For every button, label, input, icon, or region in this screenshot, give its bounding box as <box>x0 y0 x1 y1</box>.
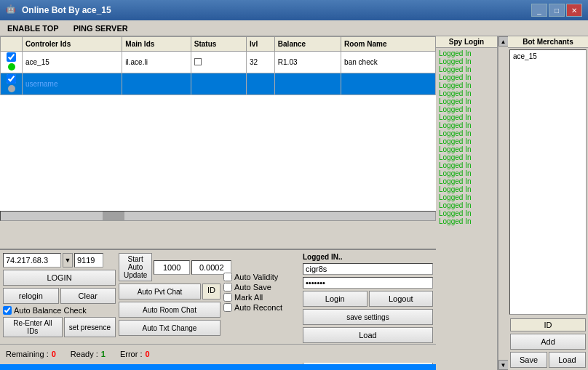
spy-item: Logged In <box>437 209 496 217</box>
spy-item: Logged In <box>437 97 496 105</box>
username-field[interactable] <box>303 263 433 275</box>
spy-item: Logged In <box>437 169 496 177</box>
remaining-status: Remaining : 0 <box>6 350 56 358</box>
col-status: Status <box>191 37 246 52</box>
auto-validity-checkbox[interactable] <box>223 273 232 281</box>
row1-controler-id: ace_15 <box>23 52 122 73</box>
spy-item: Logged In <box>437 145 496 153</box>
spy-login-header: Spy Login <box>436 36 497 48</box>
auto-checks-group: Auto Validity Auto Save Mark All Auto Re… <box>223 271 300 313</box>
row1-room-name: ban check <box>341 52 436 73</box>
spy-item: Logged In <box>437 161 496 169</box>
bot-merchants-header: Bot Merchants <box>508 36 588 48</box>
ip-input[interactable] <box>3 253 61 268</box>
start-auto-update-button[interactable]: Start Auto Update <box>119 253 152 281</box>
row2-main-id <box>122 73 191 95</box>
mark-all-label[interactable]: Mark All <box>223 293 300 302</box>
bot-item: ace_15 <box>512 52 584 61</box>
chat-buttons: Start Auto Update Auto Pvt Chat ID Auto … <box>119 253 220 341</box>
ready-label: Ready : <box>71 350 98 358</box>
col-controler-ids: Controler Ids <box>23 37 122 52</box>
set-presence-button[interactable]: set presence <box>64 317 116 337</box>
auto-reconct-label[interactable]: Auto Reconct <box>223 303 300 312</box>
auto-validity-label[interactable]: Auto Validity <box>223 273 300 281</box>
close-button[interactable]: ✕ <box>566 4 582 17</box>
auto-validity-text: Auto Validity <box>234 273 278 281</box>
auto-reconct-checkbox[interactable] <box>223 303 232 312</box>
bottom-controls: ▼ LOGIN relogin Clear Auto Balance Check… <box>0 249 436 344</box>
auto-balance-checkbox[interactable] <box>3 306 12 315</box>
data-table-container: Controler Ids Main Ids Status lvl Balanc… <box>0 36 436 211</box>
auto-room-chat-button[interactable]: Auto Room Chat <box>119 302 220 318</box>
row2-controler-id: username <box>23 73 122 95</box>
pvt-chat-row: Auto Pvt Chat ID <box>119 283 220 299</box>
relogin-button[interactable]: relogin <box>3 288 59 304</box>
minimize-button[interactable]: _ <box>531 4 547 17</box>
spy-item: Logged In <box>437 105 496 113</box>
menu-bar: ENABLE TOP PING SERVER <box>0 20 588 36</box>
ip-dropdown-btn[interactable]: ▼ <box>63 253 73 268</box>
scroll-down-btn[interactable]: ▼ <box>498 360 509 370</box>
progress-bar <box>0 364 436 370</box>
menu-enable-top[interactable]: ENABLE TOP <box>3 23 63 34</box>
auto-save-checkbox[interactable] <box>223 283 232 291</box>
status-green-icon <box>8 63 15 71</box>
vertical-scrollbar[interactable]: ▲ ▼ <box>498 36 508 370</box>
table-row[interactable]: username <box>1 73 436 95</box>
title-bar: 🤖 Online Bot By ace_15 _ □ ✕ <box>0 0 588 20</box>
auto-balance-label[interactable]: Auto Balance Check <box>3 306 116 315</box>
row1-checkbox[interactable] <box>1 52 23 73</box>
auto-save-label[interactable]: Auto Save <box>223 283 300 291</box>
auto-reconct-text: Auto Reconct <box>234 303 282 312</box>
remaining-label: Remaining : <box>6 350 49 358</box>
spy-item: Logged In <box>437 153 496 161</box>
data-table: Controler Ids Main Ids Status lvl Balanc… <box>0 36 436 95</box>
auto-save-text: Auto Save <box>234 283 271 291</box>
menu-ping-server[interactable]: PING SERVER <box>69 23 132 34</box>
row1-status <box>191 52 246 73</box>
row1-main-id: il.ace.li <box>122 52 191 73</box>
num1-input[interactable] <box>154 260 190 275</box>
bot-save-button[interactable]: Save <box>510 352 547 368</box>
scrollbar-thumb[interactable] <box>103 212 124 220</box>
load-button[interactable]: Load <box>303 327 433 343</box>
row1-balance: R1.03 <box>274 52 341 73</box>
app-icon: 🤖 <box>6 4 17 16</box>
spy-item: Logged In <box>437 73 496 81</box>
spy-item: Logged In <box>437 49 496 57</box>
ready-value: 1 <box>101 350 106 358</box>
login-button[interactable]: LOGIN <box>3 270 116 286</box>
error-label: Error : <box>120 350 143 358</box>
status-box-icon <box>194 58 202 65</box>
row1-lvl: 32 <box>247 52 275 73</box>
main-content: Controler Ids Main Ids Status lvl Balanc… <box>0 36 588 370</box>
login-btn[interactable]: Login <box>303 291 368 307</box>
spy-item: Logged In <box>437 121 496 129</box>
spy-item: Logged In <box>437 57 496 65</box>
relogin-clear-row: relogin Clear <box>3 288 116 304</box>
table-row[interactable]: ace_15 il.ace.li 32 R1.03 ban check <box>1 52 436 73</box>
auto-balance-text: Auto Balance Check <box>14 306 87 315</box>
spy-item: Logged In <box>437 193 496 201</box>
port-input[interactable] <box>74 253 103 268</box>
clear-button[interactable]: Clear <box>60 288 116 304</box>
row2-checkbox[interactable] <box>1 73 23 95</box>
auto-pvt-chat-button[interactable]: Auto Pvt Chat <box>119 283 201 299</box>
password-field[interactable] <box>303 277 433 289</box>
auto-txt-change-button[interactable]: Auto Txt Change <box>119 320 220 336</box>
bot-save-load-row: Save Load <box>510 352 586 368</box>
horizontal-scrollbar[interactable] <box>0 211 436 221</box>
bot-merchants-list: ace_15 <box>509 49 587 315</box>
re-enter-button[interactable]: Re-Enter All IDs <box>3 317 63 337</box>
spy-item: Logged In <box>437 201 496 209</box>
re-enter-row: Re-Enter All IDs set presence <box>3 317 116 337</box>
scroll-up-btn[interactable]: ▲ <box>498 36 509 47</box>
maximize-button[interactable]: □ <box>549 4 565 17</box>
bot-add-button[interactable]: Add <box>510 334 586 350</box>
spy-item: Logged In <box>437 177 496 185</box>
save-settings-button[interactable]: save settings <box>303 309 433 325</box>
bot-load-button[interactable]: Load <box>549 352 586 368</box>
ready-status: Ready : 1 <box>71 350 106 358</box>
mark-all-checkbox[interactable] <box>223 293 232 302</box>
logout-btn[interactable]: Logout <box>369 291 434 307</box>
